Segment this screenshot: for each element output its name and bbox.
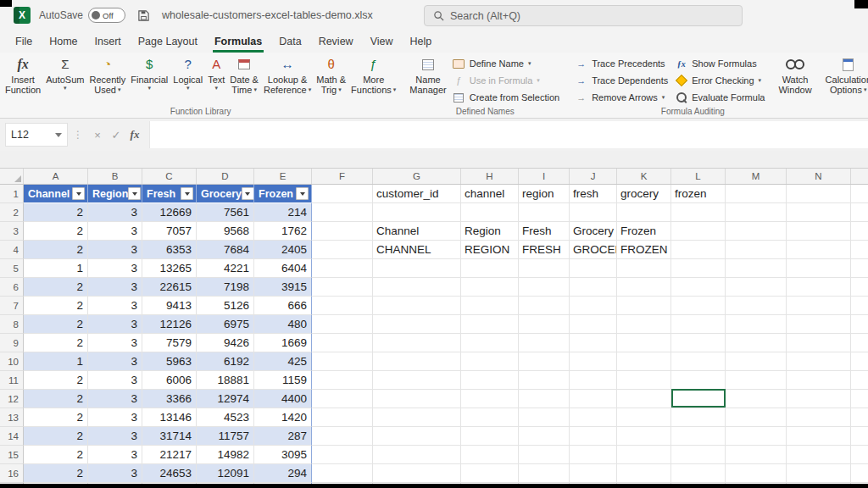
cell-A13[interactable]: 2	[24, 408, 88, 427]
cell-B1[interactable]: Region	[88, 185, 142, 203]
cell-N16[interactable]	[787, 464, 851, 483]
cell-M12[interactable]	[726, 390, 787, 408]
cell-B15[interactable]: 3	[88, 446, 142, 464]
column-header-C[interactable]: C	[142, 169, 197, 184]
cell-E7[interactable]: 666	[254, 297, 312, 315]
cell-D11[interactable]: 18881	[197, 371, 254, 390]
cell-OV13[interactable]	[851, 408, 868, 427]
cell-G12[interactable]	[373, 390, 461, 408]
cell-M4[interactable]	[726, 241, 787, 259]
cell-D9[interactable]: 9426	[197, 334, 254, 352]
cell-N11[interactable]	[787, 371, 851, 390]
cell-D13[interactable]: 4523	[197, 408, 254, 427]
cell-H2[interactable]	[461, 203, 519, 222]
row-header-10[interactable]: 10	[0, 352, 24, 371]
cancel-button[interactable]: ×	[88, 129, 107, 141]
cell-M14[interactable]	[726, 427, 787, 446]
column-header-F[interactable]: F	[312, 169, 373, 184]
cell-C12[interactable]: 3366	[142, 390, 197, 408]
cell-B10[interactable]: 3	[88, 352, 142, 371]
cell-M5[interactable]	[726, 259, 787, 278]
cell-L7[interactable]	[671, 297, 726, 315]
tab-help[interactable]: Help	[402, 31, 441, 53]
autosave-toggle[interactable]: Off	[88, 8, 125, 23]
cell-E3[interactable]: 1762	[254, 222, 312, 241]
cell-H7[interactable]	[461, 297, 519, 315]
cell-L5[interactable]	[671, 259, 726, 278]
cell-OV15[interactable]	[851, 446, 868, 464]
select-all-corner[interactable]	[0, 169, 24, 184]
column-header-B[interactable]: B	[88, 169, 142, 184]
cell-G16[interactable]	[373, 464, 461, 483]
cell-L1[interactable]: frozen	[671, 185, 726, 203]
cell-K4[interactable]: FROZEN	[617, 241, 671, 259]
column-header-G[interactable]: G	[373, 169, 461, 184]
cell-M9[interactable]	[726, 334, 787, 352]
cell-N5[interactable]	[787, 259, 851, 278]
cell-J4[interactable]: GROCERY	[570, 241, 617, 259]
cell-F10[interactable]	[312, 352, 373, 371]
cell-A9[interactable]: 2	[24, 334, 88, 352]
cell-I3[interactable]: Fresh	[519, 222, 570, 241]
cell-G11[interactable]	[373, 371, 461, 390]
tab-view[interactable]: View	[362, 31, 402, 53]
cell-N2[interactable]	[787, 203, 851, 222]
row-header-11[interactable]: 11	[0, 371, 24, 390]
cell-OV7[interactable]	[851, 297, 868, 315]
cell-B2[interactable]: 3	[88, 203, 142, 222]
name-box-caret-icon[interactable]	[55, 133, 62, 137]
cell-B5[interactable]: 3	[88, 259, 142, 278]
row-header-14[interactable]: 14	[0, 427, 24, 446]
cell-OV9[interactable]	[851, 334, 868, 352]
cell-G14[interactable]	[373, 427, 461, 446]
tab-data[interactable]: Data	[270, 31, 309, 53]
cell-D10[interactable]: 6192	[197, 352, 254, 371]
calculation-options-button[interactable]: Calculation Options▾	[823, 54, 868, 107]
row-header-2[interactable]: 2	[0, 203, 24, 222]
cell-J6[interactable]	[570, 278, 617, 297]
cell-C15[interactable]: 21217	[142, 446, 197, 464]
tab-formulas[interactable]: Formulas	[206, 31, 270, 53]
cell-N12[interactable]	[787, 390, 851, 408]
row-header-1[interactable]: 1	[0, 185, 24, 203]
cell-J16[interactable]	[570, 464, 617, 483]
cell-G13[interactable]	[373, 408, 461, 427]
cell-C16[interactable]: 24653	[142, 464, 197, 483]
cell-L12[interactable]	[671, 390, 726, 408]
cell-A8[interactable]: 2	[24, 315, 88, 334]
tab-home[interactable]: Home	[41, 31, 86, 53]
row-header-16[interactable]: 16	[0, 464, 24, 483]
cell-OV3[interactable]	[851, 222, 868, 241]
cell-K12[interactable]	[617, 390, 671, 408]
cell-M13[interactable]	[726, 408, 787, 427]
column-header-M[interactable]: M	[726, 169, 787, 184]
cell-I9[interactable]	[519, 334, 570, 352]
cell-M11[interactable]	[726, 371, 787, 390]
cell-H9[interactable]	[461, 334, 519, 352]
cell-OV14[interactable]	[851, 427, 868, 446]
cell-L13[interactable]	[671, 408, 726, 427]
cell-J15[interactable]	[570, 446, 617, 464]
filter-button-channel[interactable]	[72, 187, 85, 200]
math-trig-button[interactable]: θ Math & Trig▾	[314, 54, 348, 107]
tab-insert[interactable]: Insert	[86, 31, 130, 53]
cell-B8[interactable]: 3	[88, 315, 142, 334]
cell-OV6[interactable]	[851, 278, 868, 297]
cell-B14[interactable]: 3	[88, 427, 142, 446]
cell-J5[interactable]	[570, 259, 617, 278]
cell-J12[interactable]	[570, 390, 617, 408]
cell-E8[interactable]: 480	[254, 315, 312, 334]
cell-H12[interactable]	[461, 390, 519, 408]
cell-OV2[interactable]	[851, 203, 868, 222]
cell-OV16[interactable]	[851, 464, 868, 483]
cell-C2[interactable]: 12669	[142, 203, 197, 222]
formula-input[interactable]	[149, 121, 868, 148]
cell-J11[interactable]	[570, 371, 617, 390]
cell-E11[interactable]: 1159	[254, 371, 312, 390]
cell-D14[interactable]: 11757	[197, 427, 254, 446]
cell-D1[interactable]: Grocery	[197, 185, 254, 203]
error-checking-button[interactable]: Error Checking ▾	[671, 72, 765, 89]
cell-F5[interactable]	[312, 259, 373, 278]
cell-A6[interactable]: 2	[24, 278, 88, 297]
cell-E13[interactable]: 1420	[254, 408, 312, 427]
